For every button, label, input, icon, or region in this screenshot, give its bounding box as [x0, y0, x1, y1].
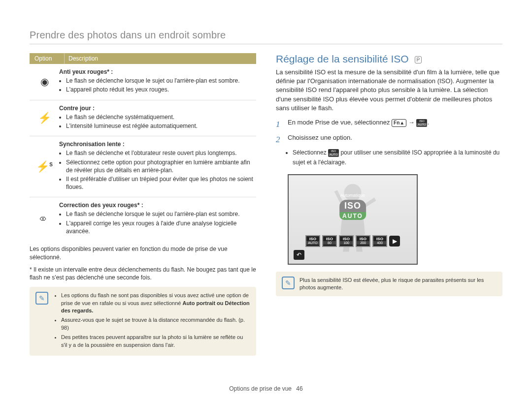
iso-option-400[interactable]: ISO400	[372, 235, 387, 247]
footer-section: Options de prise de vue	[229, 385, 292, 392]
note-bullet: Des petites traces peuvent apparaître su…	[61, 334, 250, 349]
section-paragraph: La sensibilité ISO est la mesure de la s…	[276, 68, 502, 113]
left-column: Option Description ◉ Anti yeux rouges* :…	[30, 53, 256, 356]
arrow-icon: →	[408, 119, 415, 126]
table-row: ⚡S Synchronisation lente : Le flash se d…	[30, 136, 256, 197]
row-bullet: Le flash se déclenche systématiquement.	[66, 113, 253, 121]
footnote-1: Les options disponibles peuvent varier e…	[30, 245, 256, 262]
note-text: Plus la sensibilité ISO est élevée, plus…	[299, 277, 497, 292]
footnote-2: * Il existe un intervalle entre deux déc…	[30, 266, 256, 282]
table-row: ⚡ Contre jour : Le flash se déclenche sy…	[30, 100, 256, 137]
red-eye-fix-icon: ᯣ	[30, 199, 59, 239]
step-number: 2	[276, 133, 283, 146]
row-bullet: L'intensité lumineuse est réglée automat…	[66, 122, 253, 130]
row-bullet: Sélectionnez cette option pour photograp…	[66, 158, 253, 174]
iso-logo: ISO AUTO	[339, 200, 366, 220]
fn-icon: Fn▲	[392, 119, 406, 127]
right-column: Réglage de la sensibilité ISO P La sensi…	[276, 53, 502, 356]
step-2: 2 Choisissez une option.	[276, 133, 502, 146]
page-footer: Options de prise de vue 46	[0, 385, 532, 392]
step-text: En mode Prise de vue, sélectionnez	[288, 119, 390, 126]
row-bullet: Il est préférable d'utiliser un trépied …	[66, 175, 253, 191]
page-number: 46	[296, 385, 302, 392]
flash-slow-icon: ⚡S	[30, 138, 59, 195]
note-icon: ✎	[282, 277, 295, 289]
iso-option-auto[interactable]: ISOAUTO	[305, 235, 320, 247]
section-title: Réglage de la sensibilité ISO P	[276, 53, 502, 65]
row-bullet: Le flash se déclenche et l'obturateur re…	[66, 149, 253, 157]
iso-auto-icon: ISOAUTO	[416, 119, 427, 127]
row-bullet: L'appareil photo réduit les yeux rouges.	[66, 86, 253, 93]
next-arrow-button[interactable]: ▶	[389, 236, 400, 247]
row-bullet: Le flash se déclenche lorsque le sujet o…	[66, 77, 253, 85]
page-title: Prendre des photos dans un endroit sombr…	[30, 30, 502, 44]
note-icon: ✎	[35, 292, 48, 305]
step-number: 1	[276, 118, 283, 131]
note-bullet: Les options du flash ne sont pas disponi…	[61, 292, 250, 314]
note-box-left: ✎ Les options du flash ne sont pas dispo…	[30, 287, 256, 356]
step-2-sub: Sélectionnez ISOAUTO pour utiliser une s…	[276, 148, 502, 167]
header-option: Option	[30, 53, 65, 64]
mode-badge-icon: P	[415, 56, 422, 63]
row-title: Synchronisation lente :	[59, 141, 125, 148]
back-button[interactable]: ↶	[294, 250, 304, 260]
row-title: Correction des yeux rouges* :	[59, 202, 143, 209]
iso-auto-icon: ISOAUTO	[328, 149, 339, 157]
note-bullet: Assurez-vous que le sujet se trouve à la…	[61, 316, 250, 332]
iso-screen: Automatique ISO AUTO ISOAUTO ISO80 ISO10…	[288, 174, 418, 265]
iso-option-200[interactable]: ISO200	[356, 235, 370, 247]
table-row: ◉ Anti yeux rouges* : Le flash se déclen…	[30, 64, 256, 100]
red-eye-icon: ◉	[30, 66, 59, 98]
table-row: ᯣ Correction des yeux rouges* : Le flash…	[30, 197, 256, 241]
iso-option-80[interactable]: ISO80	[322, 235, 337, 247]
iso-option-100[interactable]: ISO100	[339, 235, 354, 247]
step-1: 1 En mode Prise de vue, sélectionnez Fn▲…	[276, 118, 502, 131]
step-text: Choisissez une option.	[288, 133, 502, 146]
flash-icon: ⚡	[30, 102, 59, 134]
row-bullet: L'appareil corrige les yeux rouges à l'a…	[66, 219, 253, 235]
auto-label: Automatique	[340, 193, 366, 198]
header-description: Description	[65, 53, 98, 64]
note-box-right: ✎ Plus la sensibilité ISO est élevée, pl…	[276, 272, 502, 297]
row-bullet: Le flash se déclenche lorsque le sujet o…	[66, 210, 253, 218]
row-title: Anti yeux rouges* :	[59, 68, 113, 75]
row-title: Contre jour :	[59, 105, 95, 112]
options-table-header: Option Description	[30, 53, 256, 64]
